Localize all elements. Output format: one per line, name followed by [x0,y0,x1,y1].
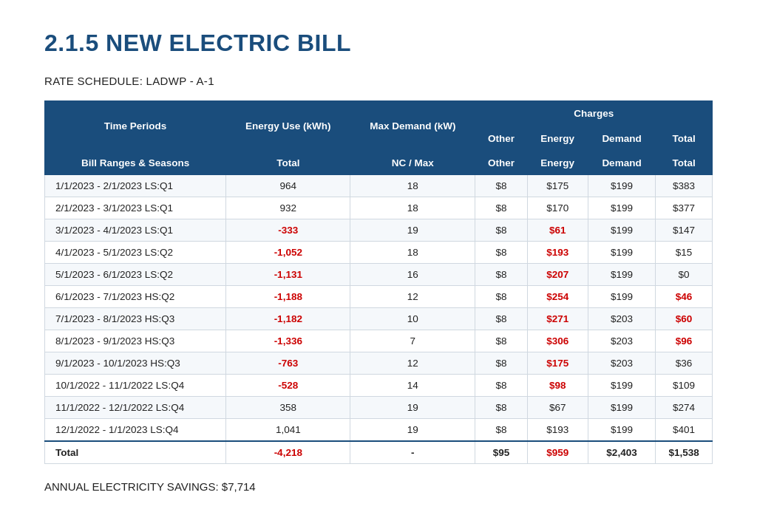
rate-schedule-value: LADWP - A-1 [146,75,214,87]
table-row: 11/1/2022 - 12/1/2022 LS:Q435819$8$67$19… [45,397,713,419]
subheader-row: Bill Ranges & SeasonsTotalNC / MaxOtherE… [45,151,713,175]
table-row: 12/1/2022 - 1/1/2023 LS:Q41,04119$8$193$… [45,419,713,442]
annual-savings-value: $7,714 [222,480,256,493]
table-row: 2/1/2023 - 3/1/2023 LS:Q193218$8$170$199… [45,197,713,219]
table-row: 5/1/2023 - 6/1/2023 LS:Q2-1,13116$8$207$… [45,264,713,286]
table-body: 1/1/2023 - 2/1/2023 LS:Q196418$8$175$199… [45,175,713,464]
table-row: 4/1/2023 - 5/1/2023 LS:Q2-1,05218$8$193$… [45,242,713,264]
page-title: 2.1.5 NEW ELECTRIC BILL [44,30,713,57]
table-row: 9/1/2023 - 10/1/2023 HS:Q3-76312$8$175$2… [45,352,713,375]
table-row: 1/1/2023 - 2/1/2023 LS:Q196418$8$175$199… [45,175,713,197]
table-row: 3/1/2023 - 4/1/2023 LS:Q1-33319$8$61$199… [45,219,713,242]
table-row: 6/1/2023 - 7/1/2023 HS:Q2-1,18812$8$254$… [45,286,713,308]
table-row: 10/1/2022 - 11/1/2022 LS:Q4-52814$8$98$1… [45,375,713,397]
electric-bill-table: Time PeriodsEnergy Use (kWh)Max Demand (… [44,100,713,464]
rate-schedule: RATE SCHEDULE: LADWP - A-1 [44,75,713,87]
annual-savings: ANNUAL ELECTRICITY SAVINGS: $7,714 [44,480,713,493]
table-row: 7/1/2023 - 8/1/2023 HS:Q3-1,18210$8$271$… [45,308,713,330]
table-row: 8/1/2023 - 9/1/2023 HS:Q3-1,3367$8$306$2… [45,330,713,352]
total-row: Total-4,218-$95$959$2,403$1,538 [45,441,713,464]
rate-schedule-label: RATE SCHEDULE: [44,75,143,87]
header-row1: Time PeriodsEnergy Use (kWh)Max Demand (… [45,101,713,126]
annual-savings-label: ANNUAL ELECTRICITY SAVINGS: [44,480,219,493]
